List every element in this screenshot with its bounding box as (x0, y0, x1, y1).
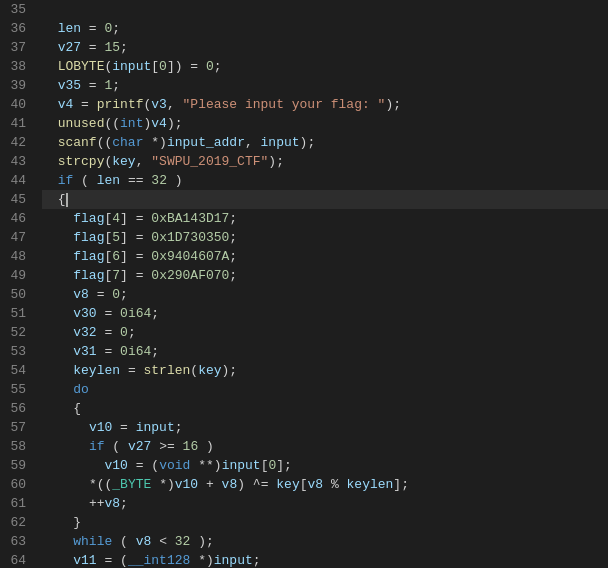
line-number: 62 (4, 513, 26, 532)
code-line: { (42, 190, 608, 209)
code-line: v11 = (__int128 *)input; (42, 551, 608, 568)
line-number: 50 (4, 285, 26, 304)
line-number: 41 (4, 114, 26, 133)
line-number: 40 (4, 95, 26, 114)
line-number: 64 (4, 551, 26, 568)
code-line: v10 = input; (42, 418, 608, 437)
code-line: v30 = 0i64; (42, 304, 608, 323)
code-line: flag[4] = 0xBA143D17; (42, 209, 608, 228)
code-line: scanf((char *)input_addr, input); (42, 133, 608, 152)
line-number: 55 (4, 380, 26, 399)
line-number: 48 (4, 247, 26, 266)
line-number: 61 (4, 494, 26, 513)
line-number: 43 (4, 152, 26, 171)
code-line: v8 = 0; (42, 285, 608, 304)
code-content: len = 0; v27 = 15; LOBYTE(input[0]) = 0;… (34, 0, 608, 568)
line-number: 56 (4, 399, 26, 418)
code-line: if ( v27 >= 16 ) (42, 437, 608, 456)
code-line: while ( v8 < 32 ); (42, 532, 608, 551)
line-number: 57 (4, 418, 26, 437)
line-number: 59 (4, 456, 26, 475)
code-line: LOBYTE(input[0]) = 0; (42, 57, 608, 76)
code-line: flag[6] = 0x9404607A; (42, 247, 608, 266)
code-line: keylen = strlen(key); (42, 361, 608, 380)
code-line: v32 = 0; (42, 323, 608, 342)
line-number: 46 (4, 209, 26, 228)
code-line: v27 = 15; (42, 38, 608, 57)
line-number: 63 (4, 532, 26, 551)
code-line: do (42, 380, 608, 399)
code-line: v31 = 0i64; (42, 342, 608, 361)
line-number: 47 (4, 228, 26, 247)
line-number: 38 (4, 57, 26, 76)
code-line: { (42, 399, 608, 418)
text-cursor (66, 193, 68, 207)
code-line: ++v8; (42, 494, 608, 513)
code-line (42, 0, 608, 19)
code-editor: 3536373839404142434445464748495051525354… (0, 0, 608, 568)
code-line: v35 = 1; (42, 76, 608, 95)
line-number: 53 (4, 342, 26, 361)
line-number: 52 (4, 323, 26, 342)
code-line: v4 = printf(v3, "Please input your flag:… (42, 95, 608, 114)
code-line: *((_BYTE *)v10 + v8) ^= key[v8 % keylen]… (42, 475, 608, 494)
line-number: 44 (4, 171, 26, 190)
code-line: v10 = (void **)input[0]; (42, 456, 608, 475)
code-line: len = 0; (42, 19, 608, 38)
line-number: 35 (4, 0, 26, 19)
line-number: 45 (4, 190, 26, 209)
code-line: if ( len == 32 ) (42, 171, 608, 190)
line-number: 58 (4, 437, 26, 456)
code-line: unused((int)v4); (42, 114, 608, 133)
code-line: flag[5] = 0x1D730350; (42, 228, 608, 247)
line-number: 39 (4, 76, 26, 95)
code-line: strcpy(key, "SWPU_2019_CTF"); (42, 152, 608, 171)
line-number: 60 (4, 475, 26, 494)
line-number: 54 (4, 361, 26, 380)
line-numbers: 3536373839404142434445464748495051525354… (0, 0, 34, 568)
code-line: flag[7] = 0x290AF070; (42, 266, 608, 285)
line-number: 42 (4, 133, 26, 152)
line-number: 51 (4, 304, 26, 323)
line-number: 49 (4, 266, 26, 285)
code-line: } (42, 513, 608, 532)
line-number: 36 (4, 19, 26, 38)
line-number: 37 (4, 38, 26, 57)
